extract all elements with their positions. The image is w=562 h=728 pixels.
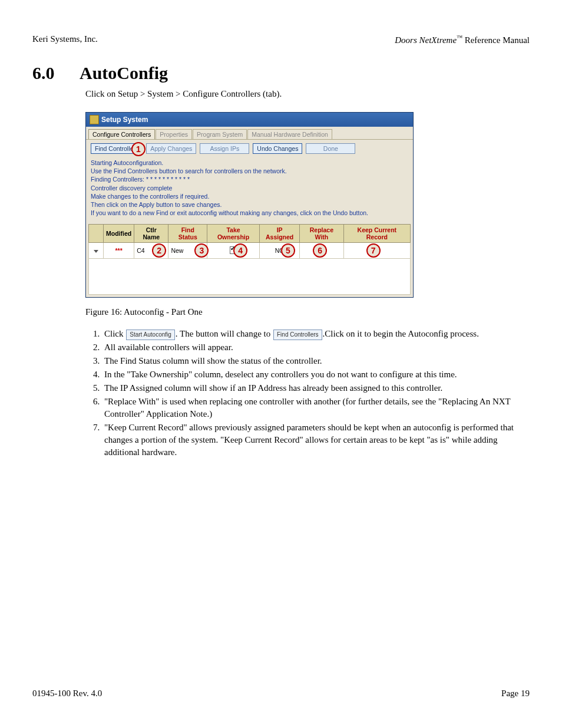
page-header: Keri Systems, Inc. Doors NetXtreme™ Refe… bbox=[32, 34, 530, 45]
cell-find-status: New 3 bbox=[168, 243, 207, 259]
window-title: Setup System bbox=[101, 116, 148, 124]
setup-system-window: Setup System Configure Controllers Prope… bbox=[85, 112, 414, 298]
section-heading: 6.0AutoConfig bbox=[32, 63, 530, 83]
step-6: "Replace With" is used when replacing on… bbox=[102, 396, 530, 420]
tab-properties[interactable]: Properties bbox=[156, 129, 192, 139]
col-ctlr-name: Ctlr Name bbox=[134, 225, 168, 243]
table-row[interactable]: *** C4 2 New 3 4 NO 5 bbox=[89, 243, 411, 259]
step-3: The Find Status column will show the sta… bbox=[102, 355, 530, 367]
callout-5: 5 bbox=[281, 243, 295, 258]
step-5: The IP Assigned column will show if an I… bbox=[102, 382, 530, 394]
cell-ip-assigned: NO 5 bbox=[259, 243, 299, 259]
callout-2: 2 bbox=[152, 243, 166, 258]
col-keep-current-record: Keep Current Record bbox=[343, 225, 410, 243]
steps-list: Click Start Autoconfig. The button will … bbox=[85, 328, 530, 459]
window-titlebar: Setup System bbox=[86, 113, 413, 127]
app-icon bbox=[90, 115, 99, 124]
col-find-status: Find Status bbox=[168, 225, 207, 243]
step-2: All available controllers will appear. bbox=[102, 341, 530, 354]
tab-row: Configure Controllers Properties Program… bbox=[86, 127, 413, 140]
find-controllers-button[interactable]: Find Controllers 1 bbox=[91, 143, 143, 154]
cell-modified: *** bbox=[104, 243, 134, 259]
step-1: Click Start Autoconfig. The button will … bbox=[102, 328, 530, 340]
tab-manual-hardware[interactable]: Manual Hardware Definition bbox=[247, 129, 332, 139]
header-company: Keri Systems, Inc. bbox=[32, 34, 98, 45]
breadcrumb: Click on Setup > System > Configure Cont… bbox=[85, 89, 530, 99]
start-autoconfig-inline-button: Start Autoconfig bbox=[126, 330, 175, 340]
cell-replace-with[interactable]: 6 bbox=[300, 243, 343, 259]
col-replace-with: Replace With bbox=[300, 225, 343, 243]
tab-configure-controllers[interactable]: Configure Controllers bbox=[88, 129, 155, 139]
footer-page-number: Page 19 bbox=[501, 689, 530, 699]
callout-4: 4 bbox=[233, 243, 247, 258]
cell-take-ownership[interactable]: 4 bbox=[207, 243, 260, 259]
cell-keep-current[interactable]: 7 bbox=[343, 243, 410, 259]
footer-doc-rev: 01945-100 Rev. 4.0 bbox=[32, 689, 102, 699]
done-button[interactable]: Done bbox=[306, 143, 355, 154]
callout-1: 1 bbox=[131, 142, 146, 156]
assign-ips-button[interactable]: Assign IPs bbox=[200, 143, 249, 154]
status-messages: Starting Autoconfiguration. Use the Find… bbox=[86, 156, 413, 224]
callout-7: 7 bbox=[366, 243, 381, 258]
col-modified: Modified bbox=[104, 225, 134, 243]
cell-ctlr-name[interactable]: C4 2 bbox=[134, 243, 168, 259]
col-ip-assigned: IP Assigned bbox=[259, 225, 299, 243]
callout-6: 6 bbox=[313, 243, 327, 258]
undo-changes-button[interactable]: Undo Changes bbox=[253, 143, 302, 154]
col-take-ownership: Take Ownership bbox=[207, 225, 260, 243]
find-controllers-inline-button: Find Controllers bbox=[273, 330, 322, 340]
row-selector-icon[interactable] bbox=[89, 243, 104, 259]
header-product: Doors NetXtreme™ Reference Manual bbox=[395, 34, 530, 45]
toolbar: Find Controllers 1 Apply Changes Assign … bbox=[86, 140, 413, 156]
figure-caption: Figure 16: Autoconfig - Part One bbox=[85, 307, 530, 317]
controllers-table: Modified Ctlr Name Find Status Take Owne… bbox=[88, 224, 411, 259]
page-footer: 01945-100 Rev. 4.0 Page 19 bbox=[32, 689, 530, 699]
step-4: In the "Take Ownership" column, deselect… bbox=[102, 368, 530, 381]
step-7: "Keep Current Record" allows previously … bbox=[102, 421, 530, 459]
apply-changes-button[interactable]: Apply Changes bbox=[146, 143, 196, 154]
tab-program-system[interactable]: Program System bbox=[193, 129, 247, 139]
